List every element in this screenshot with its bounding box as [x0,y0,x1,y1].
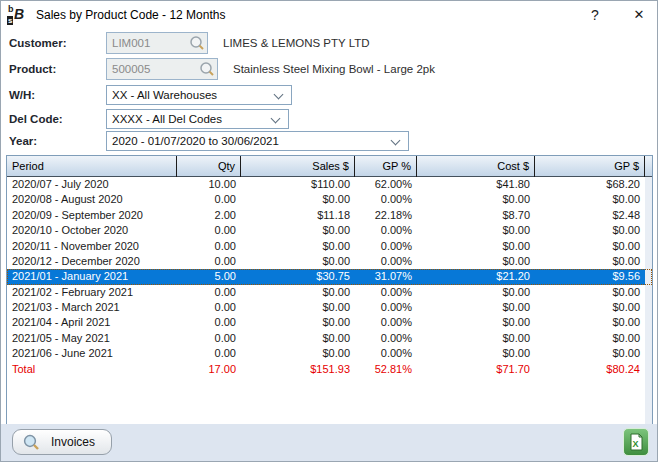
table-cell[interactable]: 0.00% [355,346,417,361]
close-button[interactable]: ✕ [623,3,655,27]
table-cell[interactable]: 10.00 [177,177,241,192]
row-filler [645,362,652,377]
table-cell[interactable]: $0.00 [535,285,645,300]
table-cell[interactable]: $41.80 [417,177,535,192]
table-row[interactable]: 2021/03 - March 20210.00$0.000.00%$0.00$… [7,300,652,315]
table-cell[interactable]: 22.18% [355,208,417,223]
table-cell[interactable]: $0.00 [535,192,645,207]
table-cell[interactable]: $0.00 [535,254,645,269]
table-cell[interactable]: 0.00 [177,346,241,361]
table-cell[interactable]: 0.00 [177,331,241,346]
table-row[interactable]: 2021/06 - June 20210.00$0.000.00%$0.00$0… [7,346,652,361]
table-cell[interactable]: $9.56 [535,269,645,284]
table-cell[interactable]: $0.00 [417,285,535,300]
table-cell[interactable]: 0.00 [177,300,241,315]
table-row[interactable]: 2020/07 - July 202010.00$110.0062.00%$41… [7,177,652,192]
table-cell[interactable]: $0.00 [241,346,355,361]
column-header: Cost $ [417,156,535,177]
table-cell[interactable]: 2021/01 - January 2021 [7,269,177,284]
excel-export-button[interactable]: X [623,428,649,456]
table-cell[interactable]: 0.00% [355,239,417,254]
table-cell[interactable]: 0.00 [177,315,241,330]
table-cell[interactable]: 0.00 [177,239,241,254]
table-cell[interactable]: 0.00 [177,285,241,300]
table-cell[interactable]: $0.00 [535,300,645,315]
table-cell[interactable]: $0.00 [417,300,535,315]
logo-letter: B [14,6,24,22]
table-row[interactable]: 2021/02 - February 20210.00$0.000.00%$0.… [7,285,652,300]
table-cell[interactable]: $0.00 [535,239,645,254]
table-row[interactable]: 2021/04 - April 20210.00$0.000.00%$0.00$… [7,315,652,330]
table-cell[interactable]: 2021/06 - June 2021 [7,346,177,361]
table-cell[interactable]: 0.00% [355,192,417,207]
table-cell[interactable]: 0.00% [355,254,417,269]
table-cell[interactable]: $0.00 [417,315,535,330]
table-cell[interactable]: 0.00 [177,254,241,269]
table-cell[interactable]: 2021/03 - March 2021 [7,300,177,315]
table-row[interactable]: 2021/01 - January 20215.00$30.7531.07%$2… [7,269,652,284]
table-cell[interactable]: $11.18 [241,208,355,223]
table-cell[interactable]: $0.00 [241,285,355,300]
table-cell[interactable]: $2.48 [535,208,645,223]
invoices-button[interactable]: Invoices [12,429,112,455]
magnifier-icon[interactable] [189,35,205,51]
table-cell[interactable]: 0.00% [355,331,417,346]
table-cell[interactable]: $30.75 [241,269,355,284]
table-cell[interactable]: 0.00% [355,285,417,300]
table-cell[interactable]: $0.00 [241,254,355,269]
table-cell[interactable]: 2021/04 - April 2021 [7,315,177,330]
table-cell[interactable]: $8.70 [417,208,535,223]
sales-by-product-code-dialog: b s B Sales by Product Code - 12 Months … [0,0,658,462]
table-cell[interactable]: $0.00 [535,315,645,330]
table-row[interactable]: 2020/09 - September 20202.00$11.1822.18%… [7,208,652,223]
table-cell[interactable]: 2021/05 - May 2021 [7,331,177,346]
table-cell[interactable]: $0.00 [241,223,355,238]
table-cell[interactable]: $0.00 [417,239,535,254]
table-row[interactable]: 2020/11 - November 20200.00$0.000.00%$0.… [7,239,652,254]
table-cell[interactable]: $0.00 [417,192,535,207]
table-cell[interactable]: $0.00 [417,223,535,238]
customer-input[interactable]: LIM001 [106,32,208,54]
table-cell[interactable]: $0.00 [241,239,355,254]
warehouse-select[interactable]: XX - All Warehouses [106,85,292,105]
table-cell[interactable]: $0.00 [535,223,645,238]
table-cell[interactable]: 2020/12 - December 2020 [7,254,177,269]
help-button[interactable]: ? [579,3,611,27]
table-cell[interactable]: 0.00 [177,223,241,238]
table-cell: $151.93 [241,362,355,377]
table-cell[interactable]: 2.00 [177,208,241,223]
table-cell[interactable]: 0.00 [177,192,241,207]
table-cell[interactable]: $0.00 [417,331,535,346]
table-row[interactable]: 2020/08 - August 20200.00$0.000.00%$0.00… [7,192,652,207]
table-cell[interactable]: $0.00 [241,331,355,346]
table-cell[interactable]: $0.00 [535,346,645,361]
table-cell[interactable]: 5.00 [177,269,241,284]
table-cell[interactable]: $0.00 [417,346,535,361]
table-cell[interactable]: 2020/07 - July 2020 [7,177,177,192]
del-code-select[interactable]: XXXX - All Del Codes [106,109,289,129]
table-cell[interactable]: $68.20 [535,177,645,192]
table-cell[interactable]: $0.00 [241,300,355,315]
table-cell[interactable]: 62.00% [355,177,417,192]
table-cell[interactable]: 2021/02 - February 2021 [7,285,177,300]
magnifier-icon[interactable] [199,61,215,77]
year-select[interactable]: 2020 - 01/07/2020 to 30/06/2021 [106,131,409,151]
table-cell[interactable]: $21.20 [417,269,535,284]
table-cell[interactable]: $110.00 [241,177,355,192]
table-row[interactable]: 2020/10 - October 20200.00$0.000.00%$0.0… [7,223,652,238]
table-row[interactable]: 2021/05 - May 20210.00$0.000.00%$0.00$0.… [7,331,652,346]
table-cell[interactable]: 2020/09 - September 2020 [7,208,177,223]
table-cell[interactable]: $0.00 [241,192,355,207]
table-cell[interactable]: $0.00 [417,254,535,269]
table-cell[interactable]: 31.07% [355,269,417,284]
table-cell[interactable]: 0.00% [355,300,417,315]
table-row[interactable]: 2020/12 - December 20200.00$0.000.00%$0.… [7,254,652,269]
table-cell[interactable]: $0.00 [535,331,645,346]
product-input[interactable]: 500005 [106,58,218,80]
table-cell[interactable]: 2020/11 - November 2020 [7,239,177,254]
table-cell[interactable]: 2020/10 - October 2020 [7,223,177,238]
table-cell[interactable]: 0.00% [355,223,417,238]
table-cell[interactable]: 2020/08 - August 2020 [7,192,177,207]
table-cell[interactable]: $0.00 [241,315,355,330]
table-cell[interactable]: 0.00% [355,315,417,330]
